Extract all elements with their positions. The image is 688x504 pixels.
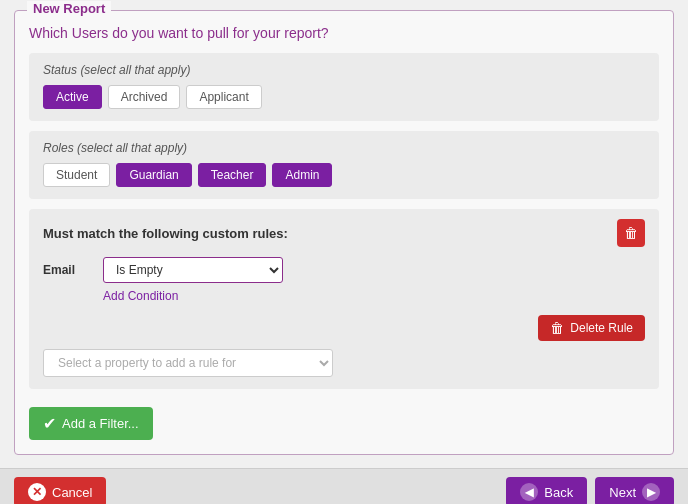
add-condition-link[interactable]: Add Condition bbox=[103, 289, 645, 303]
cancel-icon: ✕ bbox=[28, 483, 46, 501]
delete-rule-label: Delete Rule bbox=[570, 321, 633, 335]
back-button[interactable]: ◀ Back bbox=[506, 477, 587, 504]
delete-rule-button[interactable]: 🗑 Delete Rule bbox=[538, 315, 645, 341]
page-wrapper: New Report Which Users do you want to pu… bbox=[0, 0, 688, 504]
status-btn-applicant[interactable]: Applicant bbox=[186, 85, 261, 109]
custom-rules-card: Must match the following custom rules: 🗑… bbox=[29, 209, 659, 389]
cancel-label: Cancel bbox=[52, 485, 92, 500]
report-section-title: New Report bbox=[27, 1, 111, 16]
roles-label: Roles (select all that apply) bbox=[43, 141, 645, 155]
rule-condition-col: Is Empty Is Not Empty Contains Does Not … bbox=[103, 257, 283, 283]
delete-rule-icon: 🗑 bbox=[550, 320, 564, 336]
next-label: Next bbox=[609, 485, 636, 500]
checkmark-icon: ✔ bbox=[43, 414, 56, 433]
roles-btn-group: Student Guardian Teacher Admin bbox=[43, 163, 645, 187]
back-label: Back bbox=[544, 485, 573, 500]
next-button[interactable]: Next ▶ bbox=[595, 477, 674, 504]
trash-icon: 🗑 bbox=[624, 225, 638, 241]
cancel-button[interactable]: ✕ Cancel bbox=[14, 477, 106, 504]
report-section: New Report Which Users do you want to pu… bbox=[14, 10, 674, 455]
next-arrow-icon: ▶ bbox=[642, 483, 660, 501]
role-btn-guardian[interactable]: Guardian bbox=[116, 163, 191, 187]
status-btn-group: Active Archived Applicant bbox=[43, 85, 645, 109]
status-label: Status (select all that apply) bbox=[43, 63, 645, 77]
condition-select[interactable]: Is Empty Is Not Empty Contains Does Not … bbox=[103, 257, 283, 283]
custom-rules-header: Must match the following custom rules: 🗑 bbox=[43, 219, 645, 247]
roles-card: Roles (select all that apply) Student Gu… bbox=[29, 131, 659, 199]
custom-rules-title: Must match the following custom rules: bbox=[43, 226, 288, 241]
status-card: Status (select all that apply) Active Ar… bbox=[29, 53, 659, 121]
property-select[interactable]: Select a property to add a rule for bbox=[43, 349, 333, 377]
rule-row: Email Is Empty Is Not Empty Contains Doe… bbox=[43, 257, 645, 283]
back-arrow-icon: ◀ bbox=[520, 483, 538, 501]
add-filter-button[interactable]: ✔ Add a Filter... bbox=[29, 407, 153, 440]
status-btn-active[interactable]: Active bbox=[43, 85, 102, 109]
delete-btn-row: 🗑 Delete Rule bbox=[43, 307, 645, 341]
rule-field-label: Email bbox=[43, 257, 93, 277]
report-subtitle: Which Users do you want to pull for your… bbox=[29, 25, 659, 41]
role-btn-teacher[interactable]: Teacher bbox=[198, 163, 267, 187]
nav-buttons: ◀ Back Next ▶ bbox=[506, 477, 674, 504]
bottom-bar: ✕ Cancel ◀ Back Next ▶ bbox=[0, 468, 688, 504]
role-btn-student[interactable]: Student bbox=[43, 163, 110, 187]
role-btn-admin[interactable]: Admin bbox=[272, 163, 332, 187]
status-btn-archived[interactable]: Archived bbox=[108, 85, 181, 109]
delete-rule-icon-button[interactable]: 🗑 bbox=[617, 219, 645, 247]
add-filter-label: Add a Filter... bbox=[62, 416, 139, 431]
